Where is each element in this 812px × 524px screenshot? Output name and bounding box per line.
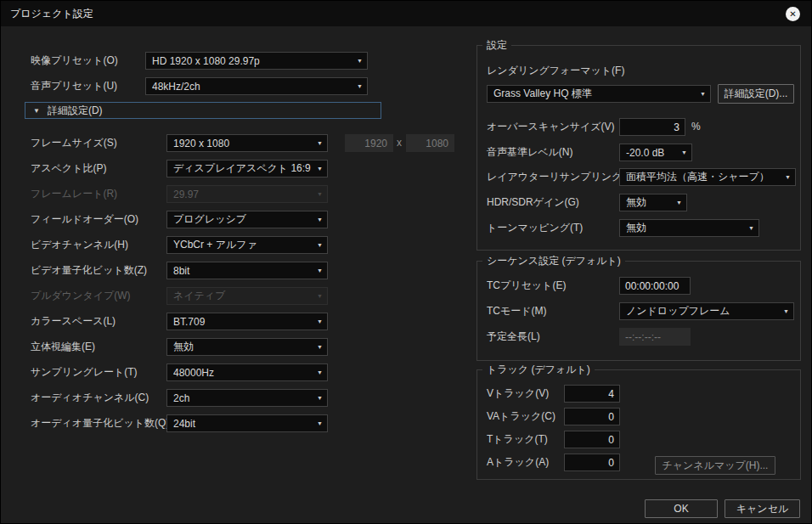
pulldown-type-combo: ネイティブ ▼ [166, 287, 328, 305]
frame-height-value: 1080 [426, 138, 448, 149]
advanced-settings-expander[interactable]: ▼ 詳細設定(D) [25, 102, 381, 119]
layouter-resampling-value: 面積平均法（高速・シャープ） [626, 170, 781, 184]
frame-size-combo[interactable]: 1920 x 1080 ▼ [166, 134, 328, 152]
a-track-input[interactable]: 0 [564, 454, 620, 471]
ok-button[interactable]: OK [645, 499, 718, 518]
video-channel-combo[interactable]: YCbCr + アルファ ▼ [166, 236, 328, 254]
audio-channel-value: 2ch [173, 392, 313, 404]
advanced-settings-label: 詳細設定(D) [48, 104, 103, 118]
chevron-down-icon: ▼ [357, 83, 363, 89]
audio-reference-level-value: -20.0 dB [626, 147, 678, 159]
v-track-value: 4 [608, 388, 614, 400]
va-track-value: 0 [608, 411, 614, 423]
chevron-down-icon: ▼ [317, 420, 323, 426]
frame-width-field: 1920 [345, 134, 393, 152]
tc-preset-label: TCプリセット(E) [487, 277, 566, 295]
titlebar: プロジェクト設定 ✕ [1, 1, 811, 26]
audio-bit-depth-value: 24bit [173, 418, 313, 430]
v-track-input[interactable]: 4 [564, 385, 620, 403]
aspect-ratio-value: ディスプレイアスペクト 16:9 [173, 161, 313, 176]
tc-preset-value: 00:00:00:00 [625, 280, 679, 292]
audio-preset-label: 音声プリセット(U) [31, 77, 117, 95]
collapse-arrow-icon: ▼ [33, 107, 40, 115]
chevron-down-icon: ▼ [317, 140, 323, 146]
frame-height-field: 1080 [406, 134, 454, 152]
chevron-down-icon: ▼ [317, 293, 323, 299]
channel-map-button[interactable]: チャンネルマップ(H)... [655, 456, 775, 475]
v-track-label: Vトラック(V) [487, 385, 549, 403]
overscan-size-input[interactable]: 3 [619, 118, 685, 136]
stereoscopic-edit-value: 無効 [173, 340, 313, 354]
field-order-value: プログレッシブ [173, 212, 313, 227]
dialog-title: プロジェクト設定 [10, 1, 93, 26]
color-space-combo[interactable]: BT.709 ▼ [166, 313, 328, 330]
overscan-size-value: 3 [674, 121, 679, 133]
chevron-down-icon: ▼ [317, 242, 323, 248]
layouter-resampling-combo[interactable]: 面積平均法（高速・シャープ） ▼ [619, 168, 796, 186]
chevron-down-icon: ▼ [785, 174, 791, 180]
hdr-sdr-gain-label: HDR/SDRゲイン(G) [487, 194, 579, 211]
video-preset-combo[interactable]: HD 1920 x 1080 29.97p ▼ [145, 52, 368, 70]
video-preset-value: HD 1920 x 1080 29.97p [152, 55, 353, 67]
frame-width-value: 1920 [364, 138, 387, 149]
a-track-value: 0 [608, 457, 614, 469]
overscan-size-label: オーバースキャンサイズ(V) [487, 118, 615, 136]
field-order-combo[interactable]: プログレッシブ ▼ [166, 211, 328, 228]
audio-reference-level-label: 音声基準レベル(N) [487, 144, 573, 161]
rendering-format-value: Grass Valley HQ 標準 [493, 87, 696, 101]
close-icon[interactable]: ✕ [786, 7, 800, 21]
tc-preset-input[interactable]: 00:00:00:00 [619, 277, 691, 295]
color-space-label: カラースペース(L) [31, 313, 116, 330]
audio-channel-label: オーディオチャンネル(C) [31, 389, 149, 407]
chevron-down-icon: ▼ [317, 318, 323, 324]
chevron-down-icon: ▼ [317, 395, 323, 401]
chevron-down-icon: ▼ [357, 58, 363, 64]
aspect-ratio-label: アスペクト比(P) [31, 160, 106, 177]
rendering-format-detail-button[interactable]: 詳細設定(D)... [718, 84, 794, 104]
rendering-format-label: レンダリングフォーマット(F) [487, 62, 624, 80]
audio-reference-level-combo[interactable]: -20.0 dB ▼ [619, 144, 692, 161]
video-bit-depth-value: 8bit [173, 265, 313, 277]
video-bit-depth-combo[interactable]: 8bit ▼ [166, 262, 328, 279]
a-track-label: Aトラック(A) [487, 454, 549, 471]
frame-size-value: 1920 x 1080 [173, 138, 313, 149]
tc-mode-value: ノンドロップフレーム [626, 304, 780, 318]
video-preset-label: 映像プリセット(O) [31, 52, 118, 70]
audio-preset-combo[interactable]: 48kHz/2ch ▼ [145, 77, 368, 95]
aspect-ratio-combo[interactable]: ディスプレイアスペクト 16:9 ▼ [166, 160, 328, 177]
va-track-input[interactable]: 0 [564, 408, 620, 425]
chevron-down-icon: ▼ [317, 166, 323, 172]
frame-size-label: フレームサイズ(S) [31, 134, 117, 152]
total-length-label: 予定全長(L) [487, 328, 540, 346]
sampling-rate-label: サンプリングレート(T) [31, 363, 138, 381]
hdr-sdr-gain-value: 無効 [626, 195, 673, 210]
chevron-down-icon: ▼ [676, 200, 682, 206]
audio-bit-depth-combo[interactable]: 24bit ▼ [166, 414, 328, 432]
audio-channel-combo[interactable]: 2ch ▼ [166, 389, 328, 407]
sequence-group-title: シーケンス設定 (デフォルト) [482, 255, 625, 268]
chevron-down-icon: ▼ [317, 369, 323, 375]
overscan-size-unit: % [691, 118, 701, 136]
pulldown-type-value: ネイティブ [173, 289, 313, 303]
chevron-down-icon: ▼ [748, 225, 754, 231]
chevron-down-icon: ▼ [783, 308, 789, 314]
video-bit-depth-label: ビデオ量子化ビット数(Z) [31, 262, 147, 279]
frame-rate-value: 29.97 [173, 189, 313, 200]
frame-rate-combo: 29.97 ▼ [166, 185, 328, 203]
stereoscopic-edit-label: 立体視編集(E) [31, 338, 95, 356]
hdr-sdr-gain-combo[interactable]: 無効 ▼ [619, 194, 687, 211]
rendering-format-combo[interactable]: Grass Valley HQ 標準 ▼ [487, 85, 711, 103]
tc-mode-combo[interactable]: ノンドロップフレーム ▼ [619, 302, 794, 320]
stereoscopic-edit-combo[interactable]: 無効 ▼ [166, 338, 328, 356]
project-settings-dialog: プロジェクト設定 ✕ 映像プリセット(O) HD 1920 x 1080 29.… [0, 0, 812, 524]
cancel-button[interactable]: キャンセル [725, 499, 800, 518]
total-length-value: --:--:--:-- [625, 331, 661, 343]
tone-mapping-label: トーンマッピング(T) [487, 219, 583, 237]
total-length-field: --:--:--:-- [619, 328, 691, 346]
tone-mapping-combo[interactable]: 無効 ▼ [619, 219, 759, 237]
chevron-down-icon: ▼ [700, 91, 706, 97]
chevron-down-icon: ▼ [317, 344, 323, 350]
t-track-input[interactable]: 0 [564, 431, 620, 448]
va-track-label: VAトラック(C) [487, 408, 555, 425]
sampling-rate-combo[interactable]: 48000Hz ▼ [166, 363, 328, 381]
